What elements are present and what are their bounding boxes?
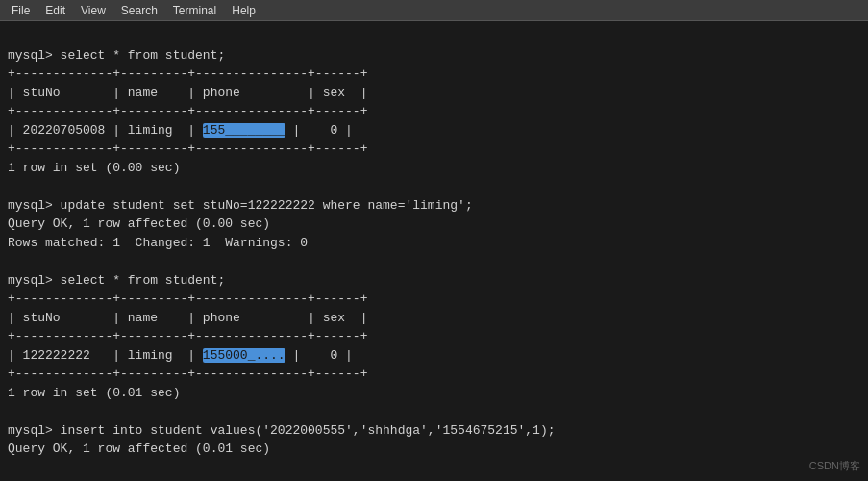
- line-8: mysql> update student set stuNo=12222222…: [8, 198, 473, 213]
- terminal-window: File Edit View Search Terminal Help mysq…: [0, 0, 868, 481]
- line-1: mysql> select * from student;: [8, 48, 225, 63]
- menu-help[interactable]: Help: [224, 2, 263, 19]
- phone-highlight-2: 155000_....: [203, 348, 285, 363]
- menu-bar: File Edit View Search Terminal Help: [0, 0, 868, 21]
- line-16: +-------------+---------+---------------…: [8, 367, 367, 381]
- phone-highlight-1: 155________: [203, 123, 285, 138]
- line-17: 1 row in set (0.01 sec): [8, 386, 180, 400]
- menu-view[interactable]: View: [73, 2, 113, 19]
- line-4: +-------------+---------+---------------…: [8, 104, 367, 118]
- terminal-output[interactable]: mysql> select * from student; +---------…: [0, 21, 868, 481]
- menu-terminal[interactable]: Terminal: [165, 2, 224, 19]
- line-2: +-------------+---------+---------------…: [8, 66, 367, 81]
- menu-search[interactable]: Search: [113, 2, 165, 19]
- line-11: mysql> select * from student;: [8, 273, 225, 288]
- line-9: Query OK, 1 row affected (0.00 sec): [8, 216, 270, 231]
- line-10: Rows matched: 1 Changed: 1 Warnings: 0: [8, 236, 308, 250]
- line-12: +-------------+---------+---------------…: [8, 291, 367, 306]
- line-14: +-------------+---------+---------------…: [8, 329, 367, 343]
- line-19: Query OK, 1 row affected (0.01 sec): [8, 442, 270, 456]
- line-6: +-------------+---------+---------------…: [8, 141, 367, 156]
- menu-file[interactable]: File: [4, 2, 37, 19]
- line-3: | stuNo | name | phone | sex |: [8, 86, 367, 100]
- line-18: mysql> insert into student values('20220…: [8, 423, 556, 438]
- watermark: CSDN博客: [809, 459, 860, 473]
- line-7: 1 row in set (0.00 sec): [8, 161, 180, 175]
- line-5: | 20220705008 | liming | 155________ | 0…: [8, 123, 353, 138]
- line-15: | 122222222 | liming | 155000_.... | 0 |: [8, 348, 353, 363]
- menu-edit[interactable]: Edit: [37, 2, 73, 19]
- line-13: | stuNo | name | phone | sex |: [8, 311, 367, 325]
